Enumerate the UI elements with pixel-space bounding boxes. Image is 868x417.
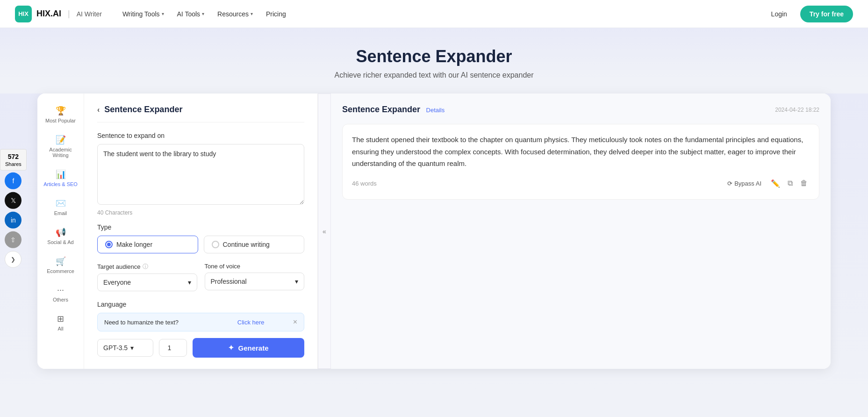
sidebar-item-most-popular[interactable]: 🏆 Most Popular [40, 101, 82, 128]
copy-button[interactable]: ⧉ [786, 177, 795, 189]
model-value: GPT-3.5 [103, 344, 128, 352]
output-title: Sentence Expander [342, 105, 420, 114]
generate-icon: ✦ [228, 344, 234, 352]
generic-share-button[interactable]: ⇧ [5, 231, 22, 248]
left-nav-panel: 🏆 Most Popular 📝 Academic Writing 📊 Arti… [37, 93, 84, 369]
word-count: 46 words [352, 180, 377, 187]
ecommerce-icon: 🛒 [56, 256, 66, 266]
sidebar-item-others[interactable]: ··· Others [40, 280, 82, 307]
navbar: HIX HIX.AI | AI Writer Writing Tools ▾ A… [0, 0, 868, 28]
nav-item-writing-tools[interactable]: Writing Tools ▾ [117, 7, 170, 22]
radio-unselected-icon [212, 241, 219, 248]
chevron-down-icon: ▾ [188, 279, 191, 286]
humanize-link[interactable]: Click here [237, 319, 265, 326]
language-label: Language [97, 301, 304, 308]
logo-area: HIX HIX.AI | AI Writer [15, 6, 102, 22]
sidebar-item-label: Articles & SEO [43, 181, 78, 187]
output-card: The student opened their textbook to the… [342, 124, 819, 200]
audience-select[interactable]: Everyone ▾ [97, 273, 197, 291]
radio-selected-icon [105, 241, 113, 248]
sentence-input[interactable]: The student went to the library to study [97, 144, 304, 205]
bypass-label: Bypass AI [734, 180, 761, 187]
collapse-panel-button[interactable]: « [318, 93, 331, 369]
output-footer: 46 words ⟳ Bypass AI ✏️ ⧉ 🗑 [352, 177, 810, 190]
sidebar-item-ecommerce[interactable]: 🛒 Ecommerce [40, 252, 82, 279]
output-header-left: Sentence Expander Details [342, 105, 445, 115]
close-banner-button[interactable]: × [293, 318, 297, 326]
nav-item-resources[interactable]: Resources ▾ [212, 7, 258, 22]
count-input[interactable] [159, 339, 187, 357]
tone-value: Professional [211, 278, 247, 285]
sidebar-item-label: Most Popular [45, 118, 76, 123]
bottom-row: GPT-3.5 ▾ ✦ Generate [97, 338, 304, 358]
chevron-down-icon: ▾ [295, 278, 298, 285]
back-button[interactable]: ‹ [97, 106, 100, 114]
share-count-box: 572 Shares [0, 149, 27, 171]
output-actions: ⟳ Bypass AI ✏️ ⧉ 🗑 [724, 177, 810, 190]
audience-value: Everyone [103, 279, 131, 286]
nav-item-pricing[interactable]: Pricing [260, 7, 292, 22]
type-make-longer[interactable]: Make longer [97, 236, 198, 253]
model-select[interactable]: GPT-3.5 ▾ [97, 339, 153, 357]
output-panel: Sentence Expander Details 2024-04-22 18:… [331, 93, 831, 369]
output-details-link[interactable]: Details [426, 107, 445, 114]
type-continue-writing[interactable]: Continue writing [204, 236, 305, 253]
chevron-down-icon: ▾ [202, 11, 204, 16]
logo-text: HIX.AI [36, 9, 61, 19]
generate-label: Generate [238, 344, 268, 352]
sidebar-item-social-ad[interactable]: 📢 Social & Ad [40, 223, 82, 250]
sidebar-item-email[interactable]: ✉️ Email [40, 194, 82, 221]
type-label: Type [97, 223, 304, 231]
logo-divider: | [68, 9, 70, 19]
sidebar-item-articles-seo[interactable]: 📊 Articles & SEO [40, 165, 82, 192]
articles-icon: 📊 [56, 169, 66, 180]
twitter-share-button[interactable]: 𝕏 [5, 192, 22, 209]
tone-label: Tone of voice [205, 263, 305, 270]
sidebar-item-academic-writing[interactable]: 📝 Academic Writing [40, 130, 82, 163]
page-title: Sentence Expander [0, 47, 868, 66]
sidebar-item-label: Social & Ad [47, 239, 73, 245]
humanize-banner: Need to humanize the text? Click here × [97, 313, 304, 331]
bypass-ai-button[interactable]: ⟳ Bypass AI [724, 178, 765, 189]
navbar-left: HIX HIX.AI | AI Writer Writing Tools ▾ A… [15, 6, 292, 22]
sidebar-item-all[interactable]: ⊞ All [40, 309, 82, 336]
char-count: 40 Characters [97, 209, 304, 216]
form-panel: ‹ Sentence Expander Sentence to expand o… [84, 93, 318, 369]
audience-label: Target audience ⓘ [97, 263, 197, 271]
others-icon: ··· [57, 285, 64, 295]
linkedin-share-button[interactable]: in [5, 212, 22, 229]
hero-subtitle: Achieve richer expanded text with our AI… [0, 71, 868, 79]
generate-button[interactable]: ✦ Generate [193, 338, 304, 358]
sidebar-item-label: Ecommerce [47, 268, 74, 274]
chevron-down-icon: ▾ [162, 11, 164, 16]
tone-select[interactable]: Professional ▾ [205, 273, 305, 290]
sentence-label: Sentence to expand on [97, 132, 304, 139]
social-icon: 📢 [56, 227, 66, 237]
sidebar-item-label: Academic Writing [43, 147, 78, 158]
delete-button[interactable]: 🗑 [798, 177, 810, 189]
output-header: Sentence Expander Details 2024-04-22 18:… [342, 105, 819, 115]
scroll-arrow-button[interactable]: ❯ [5, 251, 22, 268]
academic-icon: 📝 [56, 135, 66, 145]
navbar-right: Login Try for free [764, 6, 853, 22]
sidebar-item-label: All [57, 326, 63, 331]
form-title: Sentence Expander [104, 105, 182, 115]
sidebar-item-label: Email [54, 210, 67, 216]
humanize-text: Need to humanize the text? [104, 319, 179, 326]
try-free-button[interactable]: Try for free [800, 6, 853, 22]
nav-item-ai-tools[interactable]: AI Tools ▾ [172, 7, 210, 22]
audience-tone-row: Target audience ⓘ Everyone ▾ Tone of voi… [97, 263, 304, 291]
email-icon: ✉️ [56, 198, 66, 208]
social-sidebar: 572 Shares f 𝕏 in ⇧ ❯ [0, 149, 27, 268]
bypass-icon: ⟳ [727, 180, 732, 187]
tool-card: 🏆 Most Popular 📝 Academic Writing 📊 Arti… [37, 93, 831, 369]
trophy-icon: 🏆 [56, 106, 66, 116]
main-container: 572 Shares f 𝕏 in ⇧ ❯ 🏆 Most Popular 📝 A… [0, 93, 868, 397]
logo-subtitle: AI Writer [77, 10, 102, 18]
edit-button[interactable]: ✏️ [769, 177, 782, 190]
chevron-down-icon: ▾ [251, 11, 253, 16]
facebook-share-button[interactable]: f [5, 173, 22, 189]
info-icon: ⓘ [143, 263, 148, 271]
all-icon: ⊞ [57, 314, 64, 324]
login-button[interactable]: Login [764, 7, 795, 22]
